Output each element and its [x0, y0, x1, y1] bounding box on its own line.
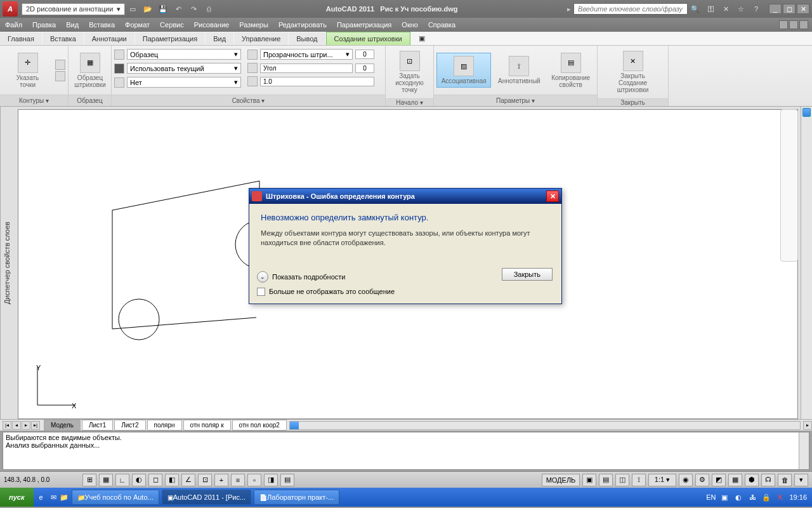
- print-icon[interactable]: ⎙: [202, 3, 215, 15]
- start-button[interactable]: пуск: [0, 488, 34, 507]
- select-icon[interactable]: [55, 60, 65, 70]
- search-input[interactable]: [573, 3, 688, 15]
- menu-window[interactable]: Окно: [402, 21, 418, 29]
- grid-icon[interactable]: ▦: [99, 474, 113, 486]
- menu-view[interactable]: Вид: [66, 21, 79, 29]
- dont-show-checkbox[interactable]: [257, 288, 265, 296]
- panel-label-options[interactable]: Параметры ▾: [434, 95, 597, 106]
- lwt-icon[interactable]: ≡: [231, 474, 245, 486]
- pick-points-button[interactable]: ✛ Указать точки: [3, 50, 53, 91]
- minimize-button[interactable]: _: [769, 4, 782, 14]
- menu-draw[interactable]: Рисование: [194, 21, 229, 29]
- pattern-button[interactable]: ▦ Образец штриховки: [71, 50, 109, 91]
- tab-last[interactable]: ▸|: [31, 421, 40, 430]
- close-hatch-button[interactable]: ✕ Закрыть Создание штриховки: [600, 48, 665, 96]
- open-icon[interactable]: 📂: [141, 3, 154, 15]
- ribbon-tab-view[interactable]: Вид: [206, 32, 233, 45]
- 3dosnap-icon[interactable]: ◧: [165, 474, 179, 486]
- snap-icon[interactable]: ⊞: [82, 474, 96, 486]
- ducs-icon[interactable]: ⊡: [198, 474, 212, 486]
- ribbon-tab-annot[interactable]: Аннотации: [84, 32, 134, 45]
- scale-input[interactable]: [260, 77, 374, 86]
- dialog-close-btn[interactable]: Закрыть: [502, 268, 553, 281]
- ribbon-tab-hatch[interactable]: Создание штриховки: [326, 32, 410, 45]
- menu-dimension[interactable]: Размеры: [239, 21, 268, 29]
- status-icon-i[interactable]: ☊: [761, 474, 775, 486]
- status-icon-c[interactable]: ◫: [615, 474, 629, 486]
- qp-icon[interactable]: ◨: [264, 474, 278, 486]
- tray-icon-2[interactable]: ◐: [733, 492, 743, 502]
- dialog-titlebar[interactable]: Штриховка - Ошибка определения контура ✕: [249, 189, 561, 204]
- menu-help[interactable]: Справка: [428, 21, 455, 29]
- app-logo[interactable]: A: [3, 1, 18, 17]
- associative-button[interactable]: ▨ Ассоциативная: [436, 53, 491, 88]
- scrollbar-vertical[interactable]: [801, 107, 812, 419]
- angle-input[interactable]: [355, 64, 374, 73]
- status-icon-a[interactable]: ▣: [582, 474, 596, 486]
- annotative-button[interactable]: ⟟ Аннотативный: [494, 53, 544, 87]
- status-icon-d[interactable]: ◉: [679, 474, 693, 486]
- otrack-icon[interactable]: ∠: [181, 474, 195, 486]
- tray-icon-1[interactable]: ▣: [719, 492, 730, 502]
- doc-close[interactable]: [799, 20, 808, 29]
- folder-icon[interactable]: 📁: [59, 492, 69, 502]
- maximize-button[interactable]: ◻: [783, 4, 796, 14]
- layout-tab-sheet2[interactable]: Лист2: [114, 420, 145, 431]
- dialog-close-button[interactable]: ✕: [546, 190, 559, 202]
- status-icon-g[interactable]: ▦: [728, 474, 742, 486]
- status-expand[interactable]: ▾: [794, 474, 808, 486]
- ribbon-tab-main[interactable]: Главная: [0, 32, 42, 45]
- anno-scale-dropdown[interactable]: 1:1 ▾: [648, 474, 676, 486]
- match-props-button[interactable]: ▤ Копирование свойств: [547, 50, 594, 91]
- ribbon-tab-output[interactable]: Вывод: [289, 32, 325, 45]
- ribbon-tab-param[interactable]: Параметризация: [135, 32, 205, 45]
- layer-manager-rail[interactable]: Диспетчер свойств слоев: [0, 107, 13, 419]
- scroll-thumb-h[interactable]: [290, 422, 299, 429]
- clock[interactable]: 19:16: [789, 493, 807, 501]
- close-button[interactable]: ✕: [797, 4, 809, 14]
- undo-icon[interactable]: ↶: [172, 3, 185, 15]
- status-icon-f[interactable]: ◩: [712, 474, 726, 486]
- scroll-thumb-v[interactable]: [802, 108, 811, 117]
- panel-label-properties[interactable]: Свойства ▾: [112, 95, 385, 106]
- new-icon[interactable]: ▭: [126, 3, 139, 15]
- menu-edit[interactable]: Правка: [32, 21, 56, 29]
- menu-file[interactable]: Файл: [5, 21, 22, 29]
- tab-prev[interactable]: ◂: [12, 421, 21, 430]
- mail-icon[interactable]: ✉: [49, 492, 59, 502]
- task-btn-3[interactable]: 📄 Лабораторн практ-...: [254, 490, 339, 505]
- tab-next[interactable]: ▸: [22, 421, 30, 430]
- scroll-right[interactable]: ▸: [803, 421, 812, 430]
- tray-icon-5[interactable]: K: [775, 492, 785, 502]
- ie-icon[interactable]: e: [36, 492, 46, 502]
- doc-minimize[interactable]: [779, 20, 788, 29]
- model-button[interactable]: МОДЕЛЬ: [542, 474, 580, 486]
- command-line[interactable]: Выбираются все видимые объекты. Анализ в…: [3, 432, 809, 470]
- details-label[interactable]: Показать подробности: [272, 273, 345, 281]
- doc-restore[interactable]: [789, 20, 798, 29]
- menu-format[interactable]: Формат: [125, 21, 150, 29]
- binoculars-icon[interactable]: 🔍: [689, 3, 702, 15]
- tray-icon-3[interactable]: 🖧: [747, 492, 757, 502]
- navigation-cube[interactable]: [780, 109, 798, 262]
- task-btn-2[interactable]: ▣ AutoCAD 2011 - [Рис...: [162, 490, 251, 505]
- expand-details-button[interactable]: ⌄: [257, 271, 268, 283]
- status-icon-h[interactable]: ⬢: [745, 474, 759, 486]
- status-icon-e[interactable]: ⚙: [695, 474, 709, 486]
- status-icon-b[interactable]: ▤: [599, 474, 613, 486]
- remove-icon[interactable]: [55, 71, 65, 81]
- menu-insert[interactable]: Вставка: [89, 21, 115, 29]
- panel-label-boundaries[interactable]: Контуры ▾: [0, 95, 68, 106]
- workspace-dropdown[interactable]: 2D рисование и аннотации ▾: [22, 3, 125, 15]
- key-icon[interactable]: ⚿: [704, 3, 717, 15]
- menu-service[interactable]: Сервис: [160, 21, 184, 29]
- hatch-type-dropdown[interactable]: Образец▾: [127, 49, 241, 60]
- scrollbar-horizontal[interactable]: [289, 421, 801, 430]
- layout-tab-rel-polar[interactable]: отн поляр к: [183, 420, 231, 431]
- ribbon-expand-icon[interactable]: ▣: [411, 32, 426, 45]
- ortho-icon[interactable]: ∟: [115, 474, 129, 486]
- color-dropdown[interactable]: Использовать текущий▾: [127, 63, 241, 74]
- lang-indicator[interactable]: EN: [706, 493, 716, 501]
- bg-dropdown[interactable]: Нет▾: [127, 77, 241, 88]
- star-icon[interactable]: ☆: [735, 3, 747, 15]
